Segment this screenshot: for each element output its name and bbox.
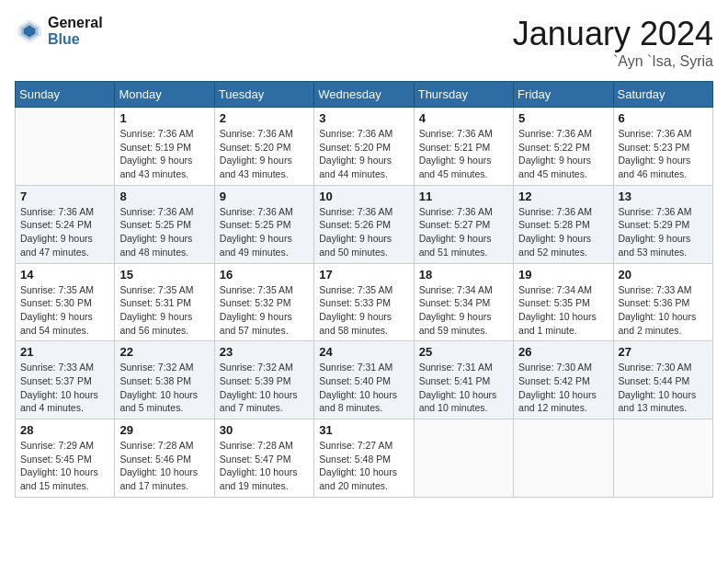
weekday-header: Thursday [414,82,513,108]
calendar-day-cell: 25Sunrise: 7:31 AM Sunset: 5:41 PM Dayli… [414,341,513,419]
calendar-day-cell [414,419,513,498]
day-info: Sunrise: 7:36 AM Sunset: 5:22 PM Dayligh… [518,127,608,181]
day-number: 22 [119,345,209,359]
calendar-day-cell: 26Sunrise: 7:30 AM Sunset: 5:42 PM Dayli… [514,341,613,419]
location: `Ayn `Isa, Syria [513,53,713,70]
day-info: Sunrise: 7:28 AM Sunset: 5:47 PM Dayligh… [220,439,309,493]
calendar-day-cell: 22Sunrise: 7:32 AM Sunset: 5:38 PM Dayli… [115,341,214,419]
day-number: 10 [319,190,408,203]
day-info: Sunrise: 7:36 AM Sunset: 5:26 PM Dayligh… [319,205,408,259]
calendar-day-cell: 17Sunrise: 7:35 AM Sunset: 5:33 PM Dayli… [314,263,414,341]
calendar-day-cell: 13Sunrise: 7:36 AM Sunset: 5:29 PM Dayli… [613,185,712,263]
calendar-day-cell [16,108,115,186]
day-number: 19 [518,268,608,282]
calendar-day-cell [613,419,712,498]
calendar-day-cell: 8Sunrise: 7:36 AM Sunset: 5:25 PM Daylig… [115,185,214,263]
day-number: 29 [119,423,209,437]
day-number: 4 [419,111,508,125]
calendar-table: SundayMondayTuesdayWednesdayThursdayFrid… [15,81,713,498]
day-info: Sunrise: 7:31 AM Sunset: 5:41 PM Dayligh… [419,361,508,415]
day-info: Sunrise: 7:36 AM Sunset: 5:29 PM Dayligh… [619,205,708,259]
day-info: Sunrise: 7:35 AM Sunset: 5:30 PM Dayligh… [20,283,109,338]
calendar-day-cell: 21Sunrise: 7:33 AM Sunset: 5:37 PM Dayli… [16,341,115,419]
day-number: 31 [319,423,408,437]
day-info: Sunrise: 7:31 AM Sunset: 5:40 PM Dayligh… [319,361,408,415]
calendar-day-cell: 3Sunrise: 7:36 AM Sunset: 5:20 PM Daylig… [314,108,414,186]
calendar-day-cell: 2Sunrise: 7:36 AM Sunset: 5:20 PM Daylig… [214,108,313,186]
day-number: 21 [20,345,109,359]
day-info: Sunrise: 7:36 AM Sunset: 5:24 PM Dayligh… [20,205,109,259]
day-info: Sunrise: 7:36 AM Sunset: 5:27 PM Dayligh… [419,205,508,259]
day-info: Sunrise: 7:33 AM Sunset: 5:37 PM Dayligh… [20,361,109,415]
day-info: Sunrise: 7:34 AM Sunset: 5:35 PM Dayligh… [518,283,608,338]
calendar-day-cell: 24Sunrise: 7:31 AM Sunset: 5:40 PM Dayli… [314,341,414,419]
calendar-day-cell: 1Sunrise: 7:36 AM Sunset: 5:19 PM Daylig… [115,108,214,186]
calendar-week-row: 1Sunrise: 7:36 AM Sunset: 5:19 PM Daylig… [16,108,713,186]
calendar-day-cell: 12Sunrise: 7:36 AM Sunset: 5:28 PM Dayli… [514,185,613,263]
calendar-day-cell: 4Sunrise: 7:36 AM Sunset: 5:21 PM Daylig… [414,108,513,186]
day-number: 26 [518,345,608,359]
day-number: 25 [419,345,508,359]
day-info: Sunrise: 7:32 AM Sunset: 5:39 PM Dayligh… [220,361,309,415]
calendar-day-cell: 30Sunrise: 7:28 AM Sunset: 5:47 PM Dayli… [214,419,313,498]
day-info: Sunrise: 7:33 AM Sunset: 5:36 PM Dayligh… [619,283,708,338]
day-info: Sunrise: 7:30 AM Sunset: 5:44 PM Dayligh… [619,361,708,415]
calendar-day-cell: 7Sunrise: 7:36 AM Sunset: 5:24 PM Daylig… [16,185,115,263]
weekday-header: Monday [115,82,214,108]
day-number: 16 [220,268,309,282]
day-number: 6 [619,111,708,125]
weekday-header-row: SundayMondayTuesdayWednesdayThursdayFrid… [16,82,713,108]
calendar-day-cell: 9Sunrise: 7:36 AM Sunset: 5:25 PM Daylig… [214,185,313,263]
logo-text: General Blue [48,15,103,48]
calendar-day-cell: 18Sunrise: 7:34 AM Sunset: 5:34 PM Dayli… [414,263,513,341]
day-info: Sunrise: 7:35 AM Sunset: 5:31 PM Dayligh… [119,283,209,338]
calendar-day-cell: 31Sunrise: 7:27 AM Sunset: 5:48 PM Dayli… [314,419,414,498]
day-info: Sunrise: 7:28 AM Sunset: 5:46 PM Dayligh… [119,439,209,493]
day-info: Sunrise: 7:30 AM Sunset: 5:42 PM Dayligh… [518,361,608,415]
day-number: 24 [319,345,408,359]
calendar-day-cell: 27Sunrise: 7:30 AM Sunset: 5:44 PM Dayli… [613,341,712,419]
day-number: 5 [518,111,608,125]
day-number: 8 [119,190,209,203]
day-info: Sunrise: 7:36 AM Sunset: 5:20 PM Dayligh… [220,127,309,181]
page-header: General Blue January 2024 `Ayn `Isa, Syr… [15,15,713,70]
day-number: 18 [419,268,508,282]
day-info: Sunrise: 7:36 AM Sunset: 5:21 PM Dayligh… [419,127,508,181]
day-number: 2 [220,111,309,125]
calendar-week-row: 21Sunrise: 7:33 AM Sunset: 5:37 PM Dayli… [16,341,713,419]
day-info: Sunrise: 7:36 AM Sunset: 5:23 PM Dayligh… [619,127,708,181]
calendar-day-cell [514,419,613,498]
day-info: Sunrise: 7:34 AM Sunset: 5:34 PM Dayligh… [419,283,508,338]
calendar-week-row: 14Sunrise: 7:35 AM Sunset: 5:30 PM Dayli… [16,263,713,341]
weekday-header: Wednesday [314,82,414,108]
calendar-day-cell: 14Sunrise: 7:35 AM Sunset: 5:30 PM Dayli… [16,263,115,341]
logo: General Blue [15,15,103,48]
calendar-day-cell: 20Sunrise: 7:33 AM Sunset: 5:36 PM Dayli… [613,263,712,341]
day-info: Sunrise: 7:36 AM Sunset: 5:25 PM Dayligh… [220,205,309,259]
day-info: Sunrise: 7:36 AM Sunset: 5:19 PM Dayligh… [119,127,209,181]
title-block: January 2024 `Ayn `Isa, Syria [513,15,713,70]
day-number: 1 [119,111,209,125]
calendar-day-cell: 6Sunrise: 7:36 AM Sunset: 5:23 PM Daylig… [613,108,712,186]
calendar-week-row: 28Sunrise: 7:29 AM Sunset: 5:45 PM Dayli… [16,419,713,498]
calendar-day-cell: 10Sunrise: 7:36 AM Sunset: 5:26 PM Dayli… [314,185,414,263]
day-number: 12 [518,190,608,203]
day-number: 7 [20,190,109,203]
day-number: 3 [319,111,408,125]
day-number: 27 [619,345,708,359]
weekday-header: Friday [514,82,613,108]
calendar-day-cell: 28Sunrise: 7:29 AM Sunset: 5:45 PM Dayli… [16,419,115,498]
day-info: Sunrise: 7:27 AM Sunset: 5:48 PM Dayligh… [319,439,408,493]
day-info: Sunrise: 7:35 AM Sunset: 5:32 PM Dayligh… [220,283,309,338]
day-number: 11 [419,190,508,203]
logo-icon [15,17,44,46]
day-number: 30 [220,423,309,437]
day-number: 14 [20,268,109,282]
calendar-day-cell: 29Sunrise: 7:28 AM Sunset: 5:46 PM Dayli… [115,419,214,498]
weekday-header: Sunday [16,82,115,108]
calendar-day-cell: 11Sunrise: 7:36 AM Sunset: 5:27 PM Dayli… [414,185,513,263]
day-info: Sunrise: 7:36 AM Sunset: 5:20 PM Dayligh… [319,127,408,181]
day-number: 28 [20,423,109,437]
day-info: Sunrise: 7:36 AM Sunset: 5:28 PM Dayligh… [518,205,608,259]
day-info: Sunrise: 7:32 AM Sunset: 5:38 PM Dayligh… [119,361,209,415]
